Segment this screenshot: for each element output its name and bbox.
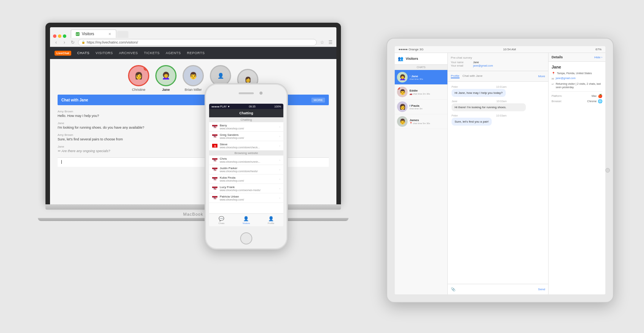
nav-tickets[interactable]: TICKETS [144,51,160,55]
msg-bubble-jane-1: Hi there! I'm looking for running shoes. [452,103,526,111]
bookmark-button[interactable]: ☆ [319,39,325,45]
maximize-traffic-light[interactable] [63,34,66,38]
detail-returning: Returning visitor | 2 visits, 2 chats, l… [556,82,602,89]
msg-sender-amy-2: Amy Brown [58,133,329,137]
avatar-jane-ipad: 👩‍🦱 [397,72,408,82]
nav-archives[interactable]: ARCHIVES [119,51,138,55]
ipad-chat-james[interactable]: 👨 James 📍 chat time 5m 30s [395,114,447,129]
list-item-kuba[interactable]: 🇺🇸 Kuba Firuta www.shoeshop.com/ › [209,174,283,184]
macbook-base [45,204,341,210]
fb-icon-jane: f [410,75,410,78]
kuba-info: Kuba Firuta www.shoeshop.com/ [220,176,277,182]
lucy-info: Lucy Frank www.shoeshop.com/women-heels/ [220,185,277,191]
tab-chats-label: Chats [219,222,225,224]
nav-chats[interactable]: CHATS [77,51,89,55]
ipad-right-content: Jane 📍 Tampa, Florida, United States ✉ j… [549,62,605,107]
minimize-traffic-light[interactable] [58,34,61,38]
scene: LC Visitors ✕ ‹ › ↻ 🔒 https://my.livecha… [0,0,644,333]
detail-email: jane@gmail.com [556,77,575,79]
tab-close-button[interactable]: ✕ [108,32,111,36]
chat-action-bar[interactable]: Chat with Jane MORE [58,95,329,105]
detail-location: Tampa, Florida, United States [557,72,592,75]
avatar-jane[interactable]: 👩‍🦱 Jane [155,65,177,92]
flag-us-patricia: 🇺🇸 [212,196,217,200]
chat-input-area[interactable] [58,157,329,167]
list-item-lucy[interactable]: 🇺🇸 Lucy Frank www.shoeshop.com/women-hee… [209,184,283,193]
list-item-steve[interactable]: 🇨🇦 Steve www.shoeshop.com/store/check...… [209,141,283,151]
tab-title: Visitors [82,32,94,36]
msg-jane-2: Jane ✏ Are there any ongoing specials? [58,145,329,153]
list-item-patricia[interactable]: 🇺🇸 Patricia Urban www.shoeshop.com/ › [209,193,283,203]
tab-profile[interactable]: 👤 Profile [259,214,283,226]
msg-sender-jane-2: Jane [58,145,329,148]
avatar-name-jane: Jane [162,88,170,92]
chrome-icon: 🌐 [598,99,602,103]
traffic-lights [53,34,66,38]
pre-chat-email-value: jane@gmail.com [473,64,493,67]
iphone-section-browsing: Browsing website [209,151,283,156]
platform-label: Platform: [552,95,562,97]
browser-tab[interactable]: LC Visitors ✕ [71,30,116,38]
iphone-speaker [239,92,254,94]
tab-more-ipad[interactable]: More [538,75,545,78]
msg-jane-1: Jane I'm looking for running shoes. do y… [58,121,329,129]
avatar-james-ipad: 👨 [397,116,408,127]
badge-christine: 3 [144,65,149,71]
avatar-name-christine: Christine [132,88,145,92]
list-item-justin[interactable]: 🇺🇸 Justin Parker www.shoeshop.com/store/… [209,165,283,174]
msg-text-amy-1: Hello. How may I help you? [58,114,329,118]
chatting-label: Chatting [241,118,252,121]
detail-platform-row: Platform: Mac 🍎 [552,94,602,98]
location-icon: 📍 [552,72,555,75]
attachment-icon[interactable]: 📎 [451,287,455,291]
tab-profile-ipad[interactable]: Profile [451,74,460,78]
iphone-status-bar: ●●●●● PLAY ▼ 09:35 100% [209,104,283,109]
ipad-home-button[interactable] [605,168,610,173]
hide-button[interactable]: Hide › [594,56,602,59]
ipad-chat-jane[interactable]: 👩‍🦱 f Jane chat time 30s [395,70,447,85]
livechat-logo: LiveChat [55,51,71,56]
address-bar[interactable]: 🔒 https://my.livechatinc.com/visitors/ [78,39,317,46]
chat-more-button[interactable]: MORE [311,98,325,103]
ipad-chat-paula[interactable]: 👩 f Paula chat time 3m [395,100,447,114]
list-item-barry[interactable]: 🇺🇸 Barry www.shoeshop.com/ › [209,122,283,132]
chevron-patricia: › [279,196,280,200]
tab-chat-with-jane[interactable]: Chat with Jane [463,74,483,78]
nav-reports[interactable]: REPORTS [187,51,205,55]
msg-amy-2: Amy Brown Sure, let's find several pairs… [58,133,329,141]
menu-button[interactable]: ☰ [327,39,333,45]
ipad-chat-eddie[interactable]: 👨 📍 Eddie 🚗 chat time 2m 30s [395,85,447,100]
ipad-left-panel: 👥 Visitors CHATS 👩‍🦱 f Jane [395,53,448,294]
eddie-chat-info: Eddie 🚗 chat time 2m 30s [410,89,445,95]
tab-visitors[interactable]: 👤 Visitors [234,214,258,226]
tab-chats[interactable]: 💬 Chats [209,214,234,226]
flag-ca-steve: 🇨🇦 [212,144,217,148]
avatar-christine[interactable]: 👩 3 Christine [128,65,149,92]
cursor [61,160,62,164]
tab-favicon: LC [76,32,80,36]
ipad-chat-header: Profile Chat with Jane More [448,71,548,82]
details-title: Details [552,55,563,59]
send-button[interactable]: Send [538,288,545,291]
greg-info: Greg Sanders www.shoeshop.com/ [220,133,277,139]
justin-url: www.shoeshop.com/store/heels/ [220,170,277,173]
avatar-paula-ipad: 👩 [397,101,408,112]
iphone-battery: 100% [274,105,281,108]
ipad-content: 👥 Visitors CHATS 👩‍🦱 f Jane [395,53,605,294]
refresh-button[interactable]: ↻ [70,39,76,45]
ssl-icon: 🔒 [81,40,85,44]
list-item-chris[interactable]: 🇺🇸 Chris www.shoeshop.com/store/runnin..… [209,156,283,165]
list-item-greg[interactable]: 🇺🇸 Greg Sanders www.shoeshop.com/ › [209,132,283,141]
barry-name: Barry [220,124,277,127]
back-button[interactable]: ‹ [53,39,59,45]
iphone-home-button[interactable] [240,232,252,244]
forward-button[interactable]: › [61,39,67,45]
iphone-nav-title: Chatting [239,111,253,115]
nav-visitors[interactable]: VISITORS [95,51,113,55]
avatar-brian[interactable]: 👨 Brian Miller [183,65,204,92]
nav-agents[interactable]: AGENTS [166,51,181,55]
iphone-section-chatting: Chatting [209,117,283,122]
new-tab-placeholder [117,31,128,38]
close-traffic-light[interactable] [53,34,56,38]
chris-info: Chris www.shoeshop.com/store/runnin... [220,157,277,163]
